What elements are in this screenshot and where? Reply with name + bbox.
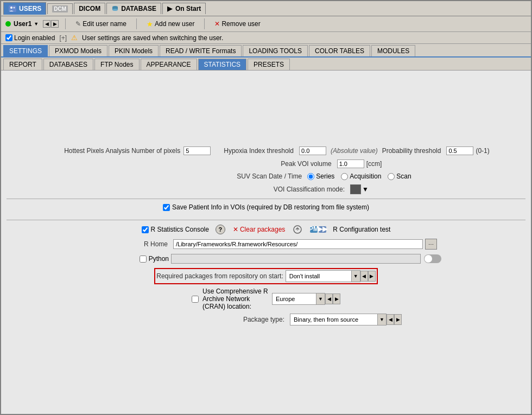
- tab-pkin-models[interactable]: PKIN Models: [109, 45, 159, 56]
- main-window: USERS DCM DICOM DATABASE ▶ On Start User…: [0, 0, 532, 415]
- tab-ftp[interactable]: FTP Nodes: [94, 59, 139, 70]
- r-home-row: R Home ⋯: [7, 239, 525, 250]
- user-nav-arrows: ◀ ▶: [43, 20, 59, 28]
- cran-dropdown-arrow[interactable]: ▼: [316, 293, 325, 304]
- tab-bar-2: REPORT DATABASES FTP Nodes APPEARANCE ST…: [1, 58, 531, 71]
- cran-prev-button[interactable]: ◀: [325, 293, 333, 304]
- suv-acquisition-label: Acquisition: [350, 173, 381, 180]
- tab-appearance[interactable]: APPEARANCE: [141, 59, 197, 70]
- refresh-button[interactable]: [293, 225, 302, 234]
- tab-onstart[interactable]: ▶ On Start: [162, 3, 206, 14]
- pkg-prev-button[interactable]: ◀: [360, 271, 368, 282]
- pkg-repo-select[interactable]: Don't install ▼: [286, 270, 360, 282]
- cran-nav: ◀ ▶: [325, 293, 340, 304]
- pkg-type-prev-button[interactable]: ◀: [387, 314, 394, 325]
- python-row: Python: [7, 254, 525, 264]
- tab-presets[interactable]: PRESETS: [248, 59, 290, 70]
- tab-users[interactable]: USERS: [3, 2, 46, 15]
- python-checkbox-input[interactable]: [140, 256, 147, 263]
- tab-database[interactable]: DATABASE: [106, 3, 161, 14]
- pkg-type-next-button[interactable]: ▶: [394, 314, 402, 325]
- r-home-input[interactable]: [173, 239, 423, 249]
- pkg-row-highlight: Required packages from repository on sta…: [154, 268, 377, 284]
- save-patient-row: Save Patient Info in VOIs (required by D…: [7, 203, 525, 211]
- r-home-browse-button[interactable]: ⋯: [425, 239, 437, 250]
- python-label: Python: [149, 255, 169, 263]
- add-user-button[interactable]: ★ Add new user: [143, 19, 198, 29]
- edit-username-button[interactable]: ✎ Edit user name: [72, 19, 130, 29]
- pkg-type-dropdown-arrow[interactable]: ▼: [377, 314, 386, 325]
- peak-voi-unit: [ccm]: [366, 160, 382, 168]
- voi-row: VOI Classification mode: ▼: [50, 184, 525, 194]
- tab-readwrite[interactable]: READ / WRITE Formats: [160, 45, 242, 56]
- tab-users-label: USERS: [19, 5, 41, 12]
- python-input[interactable]: [171, 254, 421, 264]
- r-console-input[interactable]: [142, 226, 149, 233]
- tab-dcm[interactable]: DCM: [47, 3, 73, 14]
- tab-modules[interactable]: MODULES: [371, 45, 415, 56]
- svg-rect-7: [297, 228, 298, 231]
- help-button[interactable]: ?: [216, 225, 225, 234]
- user-selector[interactable]: User1 ▼: [5, 20, 39, 28]
- python-checkbox[interactable]: Python: [91, 255, 169, 263]
- main-content: Hottest Pixels Analysis Number of pixels…: [1, 71, 531, 414]
- user-next-button[interactable]: ▶: [51, 20, 59, 28]
- pkg-repo-value: Don't install: [286, 272, 351, 280]
- cran-value: Europe: [273, 295, 316, 303]
- r-console-row: R Statistics Console ? ✕ Clear packages …: [7, 225, 525, 234]
- tab-dicom[interactable]: DICOM: [74, 3, 105, 14]
- tab-settings[interactable]: SETTINGS: [3, 45, 48, 56]
- cran-row: Use Comprehensive R Archive Network (CRA…: [7, 288, 525, 310]
- hypoxia-input[interactable]: [299, 146, 326, 155]
- save-patient-input[interactable]: [163, 204, 170, 211]
- login-enabled-checkbox[interactable]: Login enabled: [5, 34, 55, 42]
- cran-checkbox-input[interactable]: [192, 296, 199, 303]
- tab-color-tables[interactable]: COLOR TABLES: [309, 45, 370, 56]
- hottest-pixels-input[interactable]: [183, 146, 211, 155]
- pkg-repo-label: Required packages from repository on sta…: [156, 272, 283, 280]
- save-note: User settings are saved when switching t…: [82, 34, 223, 42]
- tab-loading-tools[interactable]: LOADING TOOLS: [243, 45, 308, 56]
- tab-pxmod-models[interactable]: PXMOD Models: [49, 45, 107, 56]
- required-packages-row: Required packages from repository on sta…: [7, 268, 525, 284]
- user-bar: User1 ▼ ◀ ▶ ✎ Edit user name ★ Add new u…: [1, 16, 531, 32]
- dcm-label: DCM: [52, 5, 68, 12]
- clear-packages-button[interactable]: ✕ Clear packages: [233, 226, 285, 233]
- voi-label: VOI Classification mode:: [207, 186, 348, 193]
- top-nav: USERS DCM DICOM DATABASE ▶ On Start: [1, 1, 531, 16]
- tab-statistics[interactable]: STATISTICS: [198, 59, 247, 70]
- voi-dropdown-arrow[interactable]: ▼: [362, 186, 369, 193]
- cran-label: Use Comprehensive R Archive Network (CRA…: [202, 288, 270, 310]
- tab-report[interactable]: REPORT: [3, 59, 42, 70]
- user-name: User1: [14, 20, 31, 28]
- voi-color-box[interactable]: [350, 184, 361, 194]
- hottest-pixels-label: Hottest Pixels Analysis Number of pixels: [42, 147, 183, 155]
- pkg-type-label: Package type:: [130, 316, 288, 323]
- user-status-dot: [5, 21, 11, 27]
- x-clear-icon: ✕: [233, 226, 238, 233]
- r-console-checkbox[interactable]: R Statistics Console: [142, 226, 209, 233]
- peak-voi-input[interactable]: [337, 159, 364, 168]
- svg-point-5: [112, 9, 118, 11]
- suv-radio-group: Series Acquisition Scan: [307, 173, 411, 180]
- pkg-type-select[interactable]: Binary, then from source ▼: [290, 314, 387, 325]
- remove-user-button[interactable]: ✕ Remove user: [211, 19, 263, 29]
- login-enabled-input[interactable]: [5, 34, 12, 41]
- cran-next-button[interactable]: ▶: [333, 293, 340, 304]
- pkg-next-button[interactable]: ▶: [368, 271, 376, 282]
- save-patient-checkbox[interactable]: Save Patient Info in VOIs (required by D…: [163, 203, 369, 211]
- user-prev-button[interactable]: ◀: [43, 20, 50, 28]
- users-icon: [8, 4, 17, 13]
- python-toggle[interactable]: [424, 254, 441, 263]
- pkg-repo-dropdown-arrow[interactable]: ▼: [351, 271, 360, 282]
- suv-scan-radio[interactable]: Scan: [388, 173, 411, 180]
- suv-series-label: Series: [316, 173, 334, 180]
- edit-username-label: Edit user name: [83, 20, 126, 28]
- cran-select[interactable]: Europe ▼: [272, 293, 325, 305]
- suv-series-radio[interactable]: Series: [307, 173, 334, 180]
- probability-input[interactable]: [446, 146, 473, 155]
- tab-databases[interactable]: DATABASES: [43, 59, 93, 70]
- suv-acquisition-radio[interactable]: Acquisition: [341, 173, 381, 180]
- cran-checkbox[interactable]: Use Comprehensive R Archive Network (CRA…: [192, 288, 270, 310]
- tab-onstart-label: On Start: [175, 5, 201, 12]
